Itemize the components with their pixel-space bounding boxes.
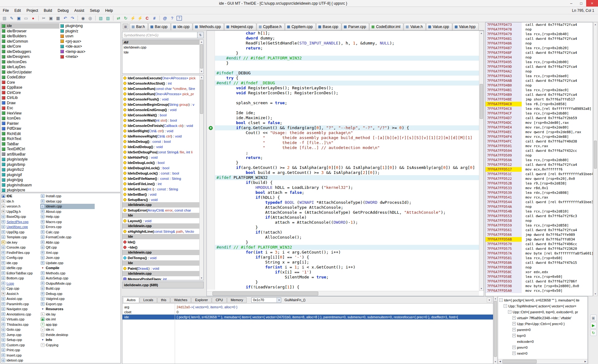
disasm-row[interactable]: 7FF6A7FFD479lea rcx,[rsp+0x2db40] bbox=[486, 32, 593, 36]
editor-tab[interactable]: Value.hpp bbox=[453, 23, 479, 30]
minimize-button[interactable]: – bbox=[566, 0, 576, 7]
disasm-row[interactable]: 7FF6A7FFD4ABcall dword 0x7ff6a7f2fca4 bbox=[486, 78, 593, 83]
disasm-row[interactable]: 7FF6A7FFD586call dword 0x7ff6a7f47b15 bbox=[486, 260, 593, 265]
gutter-cell[interactable] bbox=[207, 170, 215, 175]
symbol-scrollbar[interactable]: ▲ ▼ bbox=[199, 75, 203, 280]
code-line[interactable]: char h[1]; bbox=[207, 31, 479, 36]
disasm-row[interactable]: 7FF6A7FFD473call dword 0x7ff6a7f2fca4 bbox=[486, 22, 593, 27]
layout-designer-icon[interactable]: ▧ bbox=[97, 15, 104, 21]
editor-tab[interactable]: Hdepend.cpp bbox=[224, 23, 256, 30]
code-line[interactable]: " theide [file..] // autodetection mode\… bbox=[207, 145, 479, 150]
file-item[interactable]: CInsert.cpp bbox=[1, 353, 40, 358]
file-group-header[interactable]: ▼Compile bbox=[40, 265, 95, 271]
disasm-row[interactable]: 7FF6A7FFD4F4mov rcx,[rsp+0x2de88] bbox=[486, 134, 593, 139]
package-item[interactable]: plugin/ndisasm bbox=[1, 183, 59, 188]
package-item[interactable]: plugin/z bbox=[59, 29, 121, 34]
file-item[interactable]: CJump.cpp bbox=[1, 332, 40, 338]
file-item[interactable]: Cidetool.cpp bbox=[1, 358, 40, 363]
preprocess-icon[interactable]: # bbox=[151, 15, 158, 21]
file-item[interactable]: CSelectPkg.cpp bbox=[1, 219, 40, 225]
file-item[interactable]: CInstall.cpp bbox=[40, 194, 95, 199]
gutter-cell[interactable] bbox=[207, 66, 215, 71]
file-item[interactable]: CBaseDlg.cpp bbox=[1, 214, 40, 219]
package-item[interactable]: ide/Designers bbox=[1, 54, 59, 59]
file-item[interactable]: Lide.lay bbox=[40, 312, 95, 317]
disasm-row[interactable]: 7FF6A7FFD4FCcall dword 0x7ff6a7f40d38 bbox=[486, 139, 593, 144]
gutter-cell[interactable] bbox=[207, 195, 215, 200]
scope-item[interactable]: All bbox=[122, 40, 199, 45]
debugger-tab-this[interactable]: this bbox=[157, 297, 170, 303]
code-line[interactable]: return; bbox=[207, 155, 479, 160]
code-line[interactable]: " theide -f [file..]\n" bbox=[207, 140, 479, 145]
tree-node[interactable]: +parent=0 bbox=[498, 327, 587, 333]
scroll-down-icon[interactable]: ▼ bbox=[200, 69, 203, 73]
disasm-row[interactable]: 7FF6A7FFD51Ccall qword [rel 0xffffffffa9… bbox=[486, 172, 593, 176]
package-item[interactable]: RichEdit bbox=[1, 131, 59, 137]
symbol-item[interactable]: SetupBars() : void bbox=[122, 197, 199, 202]
code-line[interactable]: bool attach = false; bbox=[207, 190, 479, 195]
tree-node[interactable]: +Upp::Pte<Upp::Ctrl>={ prec=0 } bbox=[498, 321, 587, 327]
gutter-cell[interactable] bbox=[207, 140, 215, 145]
disasm-row[interactable]: 7FF6A7FFD539lea rdx,[rsp+0x2d808] bbox=[486, 190, 593, 195]
close-button[interactable]: × bbox=[586, 0, 598, 7]
menu-file[interactable]: File bbox=[0, 7, 12, 14]
open-main-package-icon[interactable]: ▤ bbox=[1, 15, 8, 21]
package-item[interactable]: plugin/astyle bbox=[1, 157, 59, 162]
file-item[interactable]: COutputMode.cpp bbox=[40, 281, 95, 286]
code-line[interactable] bbox=[207, 66, 479, 71]
file-item[interactable]: Cidewin.cpp bbox=[40, 204, 95, 209]
package-item[interactable]: HexView bbox=[1, 111, 59, 116]
code-line[interactable]: splash_screen = true; bbox=[207, 100, 479, 105]
gutter-cell[interactable] bbox=[207, 125, 215, 130]
scroll-left-icon[interactable]: ◀ bbox=[498, 359, 502, 364]
expand-icon[interactable]: + bbox=[512, 352, 516, 355]
disasm-row[interactable]: 7FF6A7FFD4B9call dword 0x7ff6a7f2fca4 bbox=[486, 92, 593, 97]
file-item[interactable]: Cidefile.cpp bbox=[1, 265, 40, 271]
code-line[interactable]: attach = AttachConsole((DWORD)-1); bbox=[207, 220, 479, 225]
console-icon[interactable]: ▣ bbox=[590, 315, 597, 321]
disasm-row[interactable]: 7FF6A7FFD5A0mov rcx,[rsp+0x50] bbox=[486, 288, 593, 293]
symbol-item[interactable]: IdeConsoleRun(const char *cmdline, Stre bbox=[122, 86, 199, 91]
gutter-cell[interactable] bbox=[207, 61, 215, 66]
package-item[interactable]: plugin/gif bbox=[1, 172, 59, 178]
build-icon[interactable]: ⚡ bbox=[129, 15, 136, 21]
gutter-cell[interactable] bbox=[207, 260, 215, 265]
file-item[interactable]: CAutoSetup.cpp bbox=[40, 276, 95, 281]
code-line[interactable]: ; bbox=[207, 150, 479, 155]
scroll-thumb[interactable] bbox=[480, 84, 483, 119]
package-item[interactable]: ide/LayDes bbox=[1, 64, 59, 70]
gutter-cell[interactable] bbox=[207, 225, 215, 230]
collapse-icon[interactable]: − bbox=[499, 298, 503, 302]
file-item[interactable]: CUppWspc.cpp bbox=[1, 224, 40, 230]
symbol-item[interactable]: IdeIsDebug() : const : bool bbox=[122, 139, 199, 144]
file-item[interactable]: CSetup.cpp bbox=[1, 337, 40, 343]
chevron-down-icon[interactable]: ▼ bbox=[487, 297, 492, 302]
file-item[interactable]: CPrint.cpp bbox=[1, 348, 40, 353]
disasm-row[interactable]: 7FF6A7FFD570call dword 0x7ff6a7f496cc bbox=[486, 242, 593, 246]
menu-debug[interactable]: Debug bbox=[55, 7, 71, 14]
debugger-tab-locals[interactable]: Locals bbox=[140, 297, 157, 303]
scroll-right-icon[interactable]: ▶ bbox=[583, 359, 587, 364]
cut-icon[interactable]: ✂ bbox=[40, 15, 47, 21]
code-line[interactable]: " theide assembly package build_method [… bbox=[207, 135, 479, 140]
file-group-header[interactable]: ▣IDE bbox=[1, 194, 40, 199]
file-item[interactable]: CUppDlg.cpp bbox=[1, 230, 40, 235]
code-line[interactable]: if(!attach) bbox=[207, 230, 479, 235]
code-line[interactable]: AllocConsole(); bbox=[207, 235, 479, 240]
package-item[interactable]: Esc bbox=[1, 105, 59, 111]
gutter-cell[interactable] bbox=[207, 270, 215, 275]
gutter-cell[interactable] bbox=[207, 81, 215, 86]
gutter-cell[interactable] bbox=[207, 210, 215, 215]
symbol-item[interactable]: IdeGetFileLine() : int bbox=[122, 181, 199, 186]
tree-node[interactable]: −Upp::TopWindow={ action={ vector={ vect… bbox=[498, 303, 587, 309]
code-line[interactable]: } bbox=[207, 225, 479, 230]
disasm-row[interactable]: 7FF6A7FFD566jmp dword 0x7ff6a7ffe989 bbox=[486, 232, 593, 237]
file-group-header[interactable]: ▼Resources bbox=[40, 306, 95, 312]
symbol-item[interactable]: IdeConsoleRun(One<AProcess> pick_pr bbox=[122, 91, 199, 96]
disasm-row[interactable]: 7FF6A7FFD487lea rcx,[rsp+0x2db20] bbox=[486, 46, 593, 50]
tree-node[interactable]: exitcode=0 bbox=[498, 338, 587, 344]
symbol-item[interactable]: IdeRemoveRight(Ctrl& ctrl) : void bbox=[122, 133, 199, 139]
gutter-cell[interactable] bbox=[207, 215, 215, 220]
gutter-cell[interactable] bbox=[207, 175, 215, 180]
gutter-cell[interactable] bbox=[207, 240, 215, 245]
